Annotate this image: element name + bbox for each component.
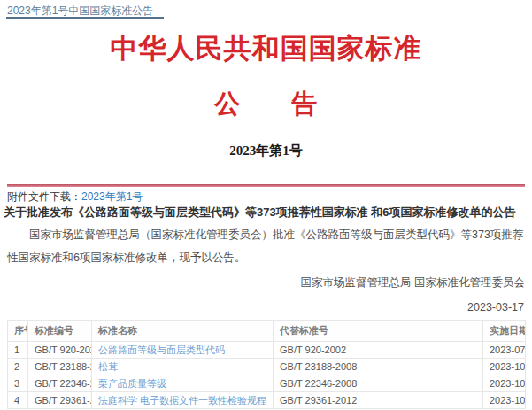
cell-effective-date: 2023-10-01 (483, 359, 526, 375)
header-effective-date: 实施日期 (483, 321, 526, 342)
document-subtitle: 公 告 (0, 87, 532, 122)
standard-name-link[interactable]: 栗产品质量等级 (98, 378, 166, 389)
table-header-row: 序号 标准编号 标准名称 代替标准号 实施日期 (8, 321, 526, 342)
announcement-body: 国家市场监督管理总局（国家标准化管理委员会）批准《公路路面等级与面层类型代码》等… (7, 223, 526, 269)
attachment-label: 附件文件下载： (7, 190, 81, 203)
table-row: 3 GB/T 22346-2023 栗产品质量等级 GB/T 22346-200… (8, 375, 526, 392)
standard-name-link[interactable]: 公路路面等级与面层类型代码 (98, 344, 225, 355)
tab-active-indicator (6, 17, 164, 19)
standards-table-body: 1 GB/T 920-2023 公路路面等级与面层类型代码 GB/T 920-2… (8, 342, 526, 409)
table-row: 1 GB/T 920-2023 公路路面等级与面层类型代码 GB/T 920-2… (8, 342, 526, 359)
table-row: 2 GB/T 23188-2023 松茸 GB/T 23188-2008 202… (8, 359, 526, 375)
cell-standard-name: 松茸 (92, 359, 274, 375)
announcement-title: 关于批准发布《公路路面等级与面层类型代码》等373项推荐性国家标准 和6项国家标… (4, 205, 532, 220)
document-title: 中华人民共和国国家标准 (0, 30, 532, 67)
cell-standard-code: GB/T 920-2023 (28, 342, 92, 359)
red-divider-line (7, 184, 525, 187)
cell-effective-date: 2023-10-01 (483, 375, 526, 392)
cell-replaced-code: GB/T 920-2002 (274, 342, 483, 359)
document-issue-number: 2023年第1号 (0, 143, 532, 159)
top-tab-bar: 2023年第1号中国国家标准公告 (0, 0, 532, 19)
announcement-date: 2023-03-17 (0, 301, 524, 313)
cell-effective-date: 2023-10-01 (483, 392, 526, 409)
cell-index: 1 (8, 342, 28, 359)
header-standard-code: 标准编号 (28, 321, 92, 342)
header-replaced-code: 代替标准号 (274, 321, 483, 342)
cell-replaced-code: GB/T 29361-2012 (274, 392, 483, 409)
cell-index: 4 (8, 392, 28, 409)
cell-replaced-code: GB/T 23188-2008 (274, 359, 483, 375)
cell-standard-code: GB/T 22346-2023 (28, 375, 92, 392)
cell-standard-name: 法庭科学 电子数据文件一致性检验规程 (92, 392, 274, 409)
header-index: 序号 (8, 321, 28, 342)
attachment-download-link[interactable]: 2023年第1号 (81, 190, 143, 203)
cell-standard-code: GB/T 23188-2023 (28, 359, 92, 375)
cell-standard-name: 公路路面等级与面层类型代码 (92, 342, 274, 359)
announcement-signature: 国家市场监督管理总局 国家标准化管理委员会 (0, 275, 525, 290)
cell-index: 2 (8, 359, 28, 375)
cell-effective-date: 2023-07-01 (483, 342, 526, 359)
standards-table: 序号 标准编号 标准名称 代替标准号 实施日期 1 GB/T 920-2023 … (7, 320, 526, 409)
standard-name-link[interactable]: 松茸 (98, 361, 118, 372)
attachment-row: 附件文件下载：2023年第1号 (7, 190, 143, 205)
table-row: 4 GB/T 29361-2023 法庭科学 电子数据文件一致性检验规程 GB/… (8, 392, 526, 409)
cell-index: 3 (8, 375, 28, 392)
cell-replaced-code: GB/T 22346-2008 (274, 375, 483, 392)
header-standard-name: 标准名称 (92, 321, 274, 342)
cell-standard-name: 栗产品质量等级 (92, 375, 274, 392)
cell-standard-code: GB/T 29361-2023 (28, 392, 92, 409)
standard-name-link[interactable]: 法庭科学 电子数据文件一致性检验规程 (98, 395, 266, 406)
